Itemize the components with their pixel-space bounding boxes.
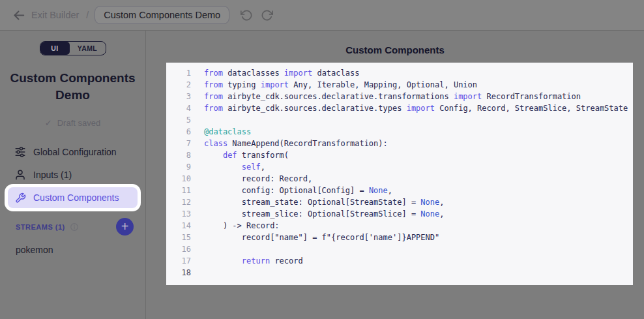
line-number: 5	[166, 114, 191, 126]
wrench-icon	[14, 192, 26, 204]
code-text: self,	[204, 162, 265, 172]
code-line: 18	[166, 267, 633, 279]
line-number: 16	[166, 243, 191, 255]
back-button[interactable]	[10, 7, 26, 23]
exit-builder-link[interactable]: Exit Builder	[31, 10, 79, 20]
sidebar-item-global-configuration[interactable]: Global Configuration	[8, 142, 138, 162]
toggle-yaml[interactable]: YAML	[70, 42, 106, 55]
code-text: from airbyte_cdk.sources.declarative.tra…	[204, 92, 581, 101]
info-icon[interactable]	[70, 222, 79, 232]
streams-header: STREAMS (1) +	[16, 218, 134, 235]
sidebar-item-label: Global Configuration	[33, 147, 117, 157]
code-line: 6@dataclass	[166, 126, 633, 138]
add-stream-button[interactable]: +	[116, 218, 134, 235]
code-line: 7class NameAppend(RecordTransformation):	[166, 138, 633, 149]
line-number: 7	[166, 138, 191, 149]
line-number: 10	[166, 173, 191, 185]
code-line: 5	[166, 114, 633, 126]
redo-icon	[261, 9, 273, 22]
sidebar-nav: Global ConfigurationInputs (1)Custom Com…	[0, 142, 145, 208]
code-line: 2from typing import Any, Iterable, Mappi…	[166, 79, 633, 91]
sidebar: UI YAML Custom Components Demo ✓ Draft s…	[0, 31, 146, 319]
undo-icon	[241, 9, 253, 22]
code-line: 17 return record	[166, 255, 633, 267]
line-number: 6	[166, 126, 191, 138]
code-line: 12 stream_state: Optional[StreamState] =…	[166, 196, 633, 208]
toggle-ui[interactable]: UI	[40, 42, 70, 55]
check-icon: ✓	[45, 118, 52, 128]
stream-list: pokemon	[0, 238, 145, 262]
ui-yaml-toggle: UI YAML	[40, 41, 106, 55]
code-text: config: Optional[Config] = None,	[204, 186, 392, 195]
line-number: 1	[166, 67, 191, 79]
code-line: 10 record: Record,	[166, 173, 633, 185]
streams-label: STREAMS (1)	[16, 223, 65, 231]
line-number: 15	[166, 232, 191, 243]
line-number: 9	[166, 161, 191, 173]
sidebar-item-label: Custom Components	[33, 192, 119, 203]
code-text: from typing import Any, Iterable, Mappin…	[204, 80, 477, 89]
sidebar-item-label: Inputs (1)	[33, 170, 72, 180]
line-number: 3	[166, 91, 191, 102]
line-number: 8	[166, 149, 191, 161]
connector-title: Custom Components Demo	[7, 70, 139, 104]
code-line: 14 ) -> Record:	[166, 220, 633, 232]
stream-item[interactable]: pokemon	[0, 238, 145, 262]
topbar: Exit Builder / Custom Components Demo	[0, 0, 644, 31]
sidebar-item-custom-components[interactable]: Custom Components	[8, 187, 138, 208]
code-text: ) -> Record:	[204, 221, 280, 230]
line-number: 17	[166, 255, 191, 267]
line-number: 13	[166, 208, 191, 220]
code-text: from dataclasses import dataclass	[204, 68, 359, 78]
code-line: 3from airbyte_cdk.sources.declarative.tr…	[166, 91, 633, 102]
code-editor[interactable]: 1from dataclasses import dataclass2from …	[166, 63, 633, 285]
arrow-left-icon	[12, 9, 25, 22]
code-text: stream_state: Optional[StreamState] = No…	[204, 198, 444, 207]
line-number: 18	[166, 267, 191, 279]
line-number: 14	[166, 220, 191, 232]
code-text: stream_slice: Optional[StreamSlice] = No…	[204, 209, 444, 219]
line-number: 2	[166, 79, 191, 91]
line-number: 4	[166, 102, 191, 114]
code-line: 1from dataclasses import dataclass	[166, 67, 633, 79]
page-title: Custom Components	[146, 44, 644, 55]
code-text: @dataclass	[204, 127, 251, 136]
sidebar-item-inputs[interactable]: Inputs (1)	[8, 164, 138, 185]
code-line: 9 self,	[166, 161, 633, 173]
redo-button[interactable]	[259, 8, 274, 22]
line-number: 12	[166, 196, 191, 208]
user-icon	[14, 169, 26, 181]
code-text: def transform(	[204, 151, 289, 160]
code-text: record["name"] = f"{record['name']}APPEN…	[204, 233, 439, 242]
breadcrumb-separator: /	[86, 10, 89, 20]
sliders-icon	[14, 146, 26, 158]
code-text: return record	[204, 256, 303, 266]
draft-status: ✓ Draft saved	[0, 118, 145, 128]
undo-button[interactable]	[239, 8, 254, 22]
draft-status-label: Draft saved	[57, 118, 100, 128]
code-text: from airbyte_cdk.sources.declarative.typ…	[204, 104, 628, 113]
code-line: 13 stream_slice: Optional[StreamSlice] =…	[166, 208, 633, 220]
line-number: 11	[166, 185, 191, 196]
code-line: 16	[166, 243, 633, 255]
code-line: 8 def transform(	[166, 149, 633, 161]
code-line: 11 config: Optional[Config] = None,	[166, 185, 633, 196]
main-panel: Custom Components 1from dataclasses impo…	[146, 31, 644, 319]
code-line: 15 record["name"] = f"{record['name']}AP…	[166, 232, 633, 243]
code-line: 4from airbyte_cdk.sources.declarative.ty…	[166, 102, 633, 114]
code-text: class NameAppend(RecordTransformation):	[204, 139, 388, 148]
project-name-input[interactable]: Custom Components Demo	[95, 6, 229, 24]
code-text: record: Record,	[204, 174, 312, 183]
